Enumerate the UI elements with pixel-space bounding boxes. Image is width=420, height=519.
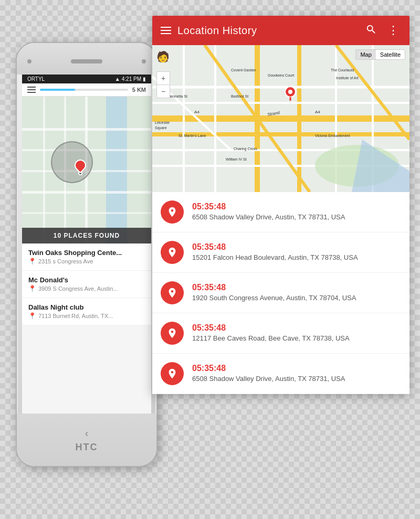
location-time: 05:35:48 [192, 242, 401, 252]
location-time: 05:35:48 [192, 283, 401, 292]
place-name: Dallas Night club [28, 303, 145, 311]
address-pin-icon: 📍 [28, 258, 36, 265]
address-pin-icon: 📍 [28, 285, 36, 292]
phone-speaker [71, 59, 102, 63]
back-button[interactable]: ‹ [85, 427, 89, 439]
place-address: 📍 7113 Burnet Rd, Austin, TX... [28, 312, 145, 320]
svg-text:Covent Garden: Covent Garden [231, 68, 256, 72]
distance-bar-fill [40, 89, 75, 91]
place-address: 📍 2315 s Congress Ave [28, 258, 145, 265]
zoom-controls[interactable]: + − [156, 71, 170, 98]
svg-text:William IV St: William IV St [226, 157, 247, 161]
location-time: 05:35:48 [192, 323, 401, 333]
phone-top-bar [17, 43, 156, 75]
location-details: 05:35:48 6508 Shadow Valley Drive, Austi… [192, 202, 401, 222]
place-address: 📍 3909 S Congress Ave, Austin... [28, 285, 145, 292]
location-address: 1920 South Congress Avenue, Austin, TX 7… [192, 293, 401, 303]
phone-bottom: ‹ htc [17, 414, 156, 466]
location-details: 05:35:48 15201 Falcon Head Boulevard, Au… [192, 242, 401, 262]
address-pin-icon: 📍 [28, 312, 36, 320]
satellite-tab[interactable]: Satellite [376, 50, 405, 59]
pegman-icon[interactable]: 🧑 [156, 50, 170, 63]
location-details: 05:35:48 12117 Bee Caves Road, Bee Cave,… [192, 323, 401, 343]
location-address: 15201 Falcon Head Boulevard, Austin, TX … [192, 253, 401, 262]
svg-text:St. Martin's Lane: St. Martin's Lane [178, 134, 206, 137]
zoom-out-button[interactable]: − [157, 85, 170, 98]
android-map-svg: Strand St. Martin's Lane Victoria Embank… [152, 45, 410, 192]
search-icon[interactable] [363, 22, 379, 40]
phone-map: 10 PLACES FOUND [22, 97, 151, 243]
app-toolbar: Location History ⋮ [152, 16, 410, 45]
location-details: 05:35:48 6508 Shadow Valley Drive, Austi… [192, 364, 401, 384]
list-item[interactable]: 05:35:48 6508 Shadow Valley Drive, Austi… [152, 354, 410, 394]
map-tab[interactable]: Map [356, 50, 375, 59]
svg-text:A4: A4 [315, 110, 320, 114]
place-name: Mc Donald's [28, 276, 145, 284]
location-list: 05:35:48 6508 Shadow Valley Drive, Austi… [152, 192, 410, 394]
list-item[interactable]: Dallas Night club 📍 7113 Burnet Rd, Aust… [22, 298, 151, 325]
phone-frame: ORTYL ▲ 4:21 PM ▮ 5 KM [16, 42, 158, 467]
svg-text:Goodwins Court: Goodwins Court [268, 73, 294, 77]
location-address: 6508 Shadow Valley Drive, Austin, TX 787… [192, 213, 401, 222]
htc-logo: htc [76, 442, 98, 453]
distance-label: 5 KM [132, 87, 146, 93]
list-item[interactable]: Mc Donald's 📍 3909 S Congress Ave, Austi… [22, 271, 151, 298]
more-options-icon[interactable]: ⋮ [385, 22, 401, 39]
distance-bar [40, 89, 128, 91]
list-item[interactable]: Twin Oaks Shopping Cente... 📍 2315 s Con… [22, 243, 151, 271]
location-details: 05:35:48 1920 South Congress Avenue, Aus… [192, 283, 401, 303]
list-item[interactable]: 05:35:48 15201 Falcon Head Boulevard, Au… [152, 232, 410, 273]
hamburger-icon[interactable] [27, 87, 36, 93]
android-app-panel: Location History ⋮ [152, 16, 410, 394]
wifi-icon: ▲ [115, 76, 120, 82]
battery-icon: ▮ [143, 76, 146, 82]
phone-app-header: 5 KM [22, 83, 151, 97]
list-item[interactable]: 05:35:48 12117 Bee Caves Road, Bee Cave,… [152, 313, 410, 354]
place-name: Twin Oaks Shopping Cente... [28, 249, 145, 257]
map-location-marker [285, 86, 296, 103]
svg-text:Leicester: Leicester [155, 121, 170, 124]
hamburger-menu-button[interactable] [161, 27, 171, 34]
phone-camera-2 [142, 59, 146, 63]
zoom-in-button[interactable]: + [157, 72, 170, 85]
list-item[interactable]: 05:35:48 6508 Shadow Valley Drive, Austi… [152, 192, 410, 232]
status-bar: ORTYL ▲ 4:21 PM ▮ [22, 75, 151, 83]
location-time: 05:35:48 [192, 364, 401, 373]
phone-places-list: Twin Oaks Shopping Cente... 📍 2315 s Con… [22, 243, 151, 325]
status-icons: ▲ 4:21 PM ▮ [115, 76, 146, 82]
svg-rect-7 [43, 97, 45, 243]
time-display: 4:21 PM [122, 76, 141, 82]
android-map: Strand St. Martin's Lane Victoria Embank… [152, 45, 410, 192]
svg-text:Henrietta St: Henrietta St [168, 94, 187, 98]
location-pin-icon [161, 362, 184, 385]
svg-text:A4: A4 [194, 110, 200, 114]
phone-camera [27, 59, 32, 63]
location-time: 05:35:48 [192, 202, 401, 211]
svg-text:Square: Square [155, 126, 167, 130]
svg-point-28 [288, 90, 292, 94]
svg-text:Bedford St: Bedford St [231, 94, 248, 98]
location-pin-icon [161, 241, 184, 264]
list-item[interactable]: 05:35:48 1920 South Congress Avenue, Aus… [152, 273, 410, 313]
location-pin-icon [161, 281, 184, 304]
phone-screen: ORTYL ▲ 4:21 PM ▮ 5 KM [22, 75, 151, 414]
map-type-control[interactable]: Map Satellite [355, 49, 405, 60]
location-address: 6508 Shadow Valley Drive, Austin, TX 787… [192, 374, 401, 384]
svg-text:Institute of Art: Institute of Art [336, 76, 359, 80]
svg-text:Victoria Embankment: Victoria Embankment [315, 134, 350, 137]
app-title: Location History [177, 25, 357, 37]
location-pin-icon [161, 322, 184, 345]
phone-device: ORTYL ▲ 4:21 PM ▮ 5 KM [16, 42, 158, 467]
phone-map-marker [75, 160, 87, 172]
carrier-text: ORTYL [27, 76, 45, 82]
svg-text:Charing Cross: Charing Cross [234, 147, 257, 151]
location-pin-icon [161, 200, 184, 224]
places-found-banner: 10 PLACES FOUND [22, 228, 151, 243]
svg-text:The Courtauld: The Courtauld [331, 68, 354, 72]
location-address: 12117 Bee Caves Road, Bee Cave, TX 78738… [192, 334, 401, 343]
